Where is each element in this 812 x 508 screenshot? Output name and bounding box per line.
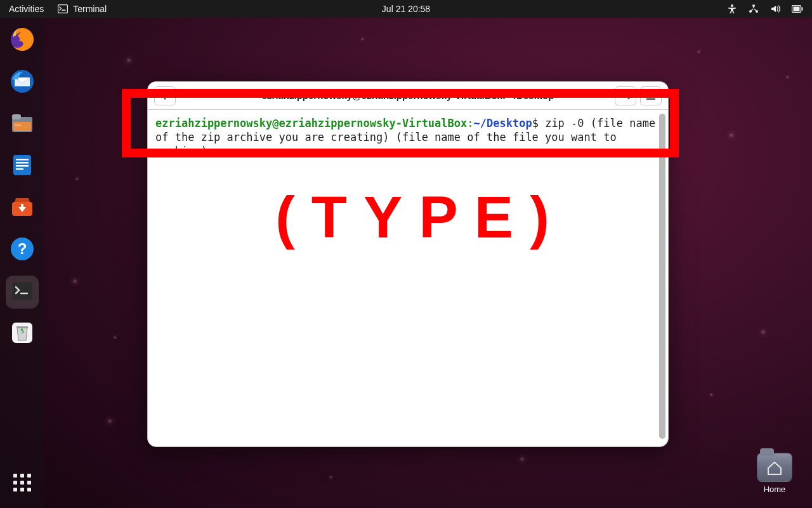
new-tab-button[interactable] xyxy=(154,86,176,105)
terminal-titlebar[interactable]: ezriahzippernowsky@ezriahzippernowsky-Vi… xyxy=(148,82,668,110)
dock-help[interactable]: ? xyxy=(6,234,39,267)
search-button[interactable] xyxy=(615,86,636,105)
writer-icon xyxy=(8,151,36,182)
app-menu-label: Terminal xyxy=(73,4,107,14)
firefox-icon xyxy=(8,25,36,56)
thunderbird-icon xyxy=(8,67,36,98)
trash-icon xyxy=(8,319,36,349)
help-icon: ? xyxy=(8,235,36,265)
dock-thunderbird[interactable] xyxy=(6,66,39,99)
prompt-separator: : xyxy=(467,117,473,130)
svg-text:?: ? xyxy=(18,240,27,257)
dock-terminal[interactable] xyxy=(6,276,39,309)
prompt-user: ezriahzippernowsky@ezriahzippernowsky-Vi… xyxy=(155,117,467,130)
svg-point-1 xyxy=(731,4,733,7)
svg-rect-17 xyxy=(16,165,29,167)
terminal-icon xyxy=(8,277,36,307)
software-icon xyxy=(8,193,36,224)
svg-rect-22 xyxy=(12,282,32,300)
svg-rect-11 xyxy=(12,114,21,119)
show-applications-button[interactable] xyxy=(6,466,39,499)
app-menu[interactable]: Terminal xyxy=(58,4,107,14)
apps-grid-icon xyxy=(13,474,31,491)
dock-firefox[interactable] xyxy=(6,24,39,57)
svg-rect-16 xyxy=(16,162,29,164)
dock-software[interactable] xyxy=(6,192,39,225)
window-title: ezriahzippernowsky@ezriahzippernowsky-Vi… xyxy=(262,90,554,101)
folder-icon xyxy=(757,453,792,482)
activities-button[interactable]: Activities xyxy=(9,4,44,14)
files-icon xyxy=(8,109,36,140)
accessibility-icon[interactable] xyxy=(727,4,737,14)
svg-rect-15 xyxy=(16,159,29,161)
terminal-body[interactable]: ezriahzippernowsky@ezriahzippernowsky-Vi… xyxy=(148,110,668,446)
dock: ? xyxy=(0,18,44,508)
network-icon[interactable] xyxy=(749,4,759,14)
dock-trash[interactable] xyxy=(6,318,39,351)
terminal-window-icon xyxy=(58,4,68,13)
svg-rect-13 xyxy=(15,124,21,126)
desktop-home-icon[interactable]: Home xyxy=(751,453,798,494)
terminal-scrollbar[interactable] xyxy=(659,114,665,439)
scrollbar-thumb[interactable] xyxy=(659,114,665,439)
dock-writer[interactable] xyxy=(6,150,39,183)
svg-rect-18 xyxy=(16,168,23,170)
clock[interactable]: Jul 21 20:58 xyxy=(382,4,430,14)
prompt-dollar: $ xyxy=(532,117,539,130)
volume-icon[interactable] xyxy=(770,4,780,14)
prompt-path: ~/Desktop xyxy=(474,117,532,130)
svg-rect-7 xyxy=(802,8,803,11)
terminal-window: ezriahzippernowsky@ezriahzippernowsky-Vi… xyxy=(147,81,669,447)
hamburger-icon xyxy=(646,88,655,103)
dock-files[interactable] xyxy=(6,108,39,141)
desktop-home-label: Home xyxy=(764,485,786,494)
plus-icon xyxy=(160,88,169,103)
battery-icon[interactable] xyxy=(792,5,803,13)
hamburger-menu-button[interactable] xyxy=(640,86,662,105)
search-icon xyxy=(621,88,630,103)
svg-rect-12 xyxy=(13,122,31,131)
top-bar: Activities Terminal Jul 21 20:58 xyxy=(0,0,812,18)
svg-rect-0 xyxy=(58,5,68,13)
svg-rect-6 xyxy=(794,7,800,11)
